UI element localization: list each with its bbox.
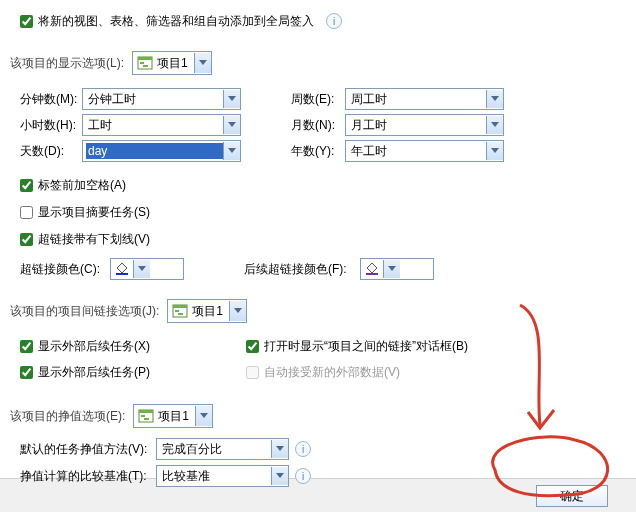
crosslink-project-combo[interactable]: 项目1 [167,299,247,323]
chevron-down-icon [271,467,288,485]
project-icon [136,54,154,72]
paint-bucket-icon [361,262,383,276]
baseline-label: 挣值计算的比较基准(T): [20,468,156,485]
chevron-down-icon [133,260,150,278]
baseline-combo[interactable]: 比较基准 [156,465,289,487]
show-ext-succ-p-text: 显示外部后续任务(P) [38,364,150,381]
chevron-down-icon [223,142,240,160]
years-label: 年数(Y): [291,143,345,160]
years-combo[interactable]: 年工时 [345,140,504,162]
auto-accept-checkbox: 自动接受新的外部数据(V) [246,364,400,381]
chevron-down-icon [486,90,503,108]
days-combo[interactable]: day [82,140,241,162]
chevron-down-icon [195,406,212,426]
show-ext-succ-p-checkbox[interactable]: 显示外部后续任务(P) [20,364,150,381]
svg-rect-2 [140,62,144,64]
svg-rect-12 [141,415,145,417]
default-method-label: 默认的任务挣值方法(V): [20,441,156,458]
ev-project-value: 项目1 [158,408,195,425]
help-icon[interactable]: i [295,441,311,457]
space-before-label-text: 标签前加空格(A) [38,177,126,194]
chevron-down-icon [271,440,288,458]
weeks-value: 周工时 [349,91,389,108]
auto-add-global-label: 将新的视图、表格、筛选器和组自动添加到全局签入 [38,13,314,30]
weeks-label: 周数(E): [291,91,345,108]
svg-rect-7 [173,305,187,308]
space-before-label-checkbox[interactable]: 标签前加空格(A) [20,177,126,194]
minutes-value: 分钟工时 [86,91,138,108]
minutes-combo[interactable]: 分钟工时 [82,88,241,110]
chevron-down-icon [194,53,211,73]
project-icon [137,407,155,425]
svg-rect-5 [366,273,378,275]
hours-value: 工时 [86,117,114,134]
chevron-down-icon [383,260,400,278]
svg-rect-8 [175,310,179,312]
svg-rect-1 [138,57,152,60]
ok-button[interactable]: 确定 [536,485,608,507]
default-method-value: 完成百分比 [160,441,224,458]
default-method-combo[interactable]: 完成百分比 [156,438,289,460]
svg-rect-3 [143,65,148,67]
chevron-down-icon [229,301,246,321]
ev-project-combo[interactable]: 项目1 [133,404,213,428]
help-icon[interactable]: i [326,13,342,29]
svg-rect-4 [116,273,128,275]
auto-add-global-checkbox[interactable]: 将新的视图、表格、筛选器和组自动添加到全局签入 [20,13,314,30]
show-summary-tasks-text: 显示项目摘要任务(S) [38,204,150,221]
days-value: day [86,143,223,159]
hours-label: 小时数(H): [20,117,82,134]
minutes-label: 分钟数(M): [20,91,82,108]
display-project-value: 项目1 [157,55,194,72]
auto-accept-text: 自动接受新的外部数据(V) [264,364,400,381]
display-project-combo[interactable]: 项目1 [132,51,212,75]
days-label: 天数(D): [20,143,82,160]
display-section-header: 该项目的显示选项(L): [10,55,124,72]
hours-combo[interactable]: 工时 [82,114,241,136]
hyperlink-color-label: 超链接颜色(C): [20,261,110,278]
hyperlink-color-picker[interactable] [110,258,184,280]
months-combo[interactable]: 月工时 [345,114,504,136]
chevron-down-icon [223,116,240,134]
chevron-down-icon [486,142,503,160]
chevron-down-icon [223,90,240,108]
project-icon [171,302,189,320]
ev-section-header: 该项目的挣值选项(E): [10,408,125,425]
show-ext-succ-x-checkbox[interactable]: 显示外部后续任务(X) [20,338,150,355]
hyperlink-underline-checkbox[interactable]: 超链接带有下划线(V) [20,231,150,248]
followed-color-picker[interactable] [360,258,434,280]
svg-rect-11 [139,410,153,413]
chevron-down-icon [486,116,503,134]
hyperlink-underline-text: 超链接带有下划线(V) [38,231,150,248]
open-dialog-text: 打开时显示“项目之间的链接”对话框(B) [264,338,468,355]
help-icon[interactable]: i [295,468,311,484]
baseline-value: 比较基准 [160,468,212,485]
years-value: 年工时 [349,143,389,160]
auto-add-global-input[interactable] [20,15,33,28]
crosslink-project-value: 项目1 [192,303,229,320]
show-summary-tasks-checkbox[interactable]: 显示项目摘要任务(S) [20,204,150,221]
weeks-combo[interactable]: 周工时 [345,88,504,110]
months-value: 月工时 [349,117,389,134]
svg-rect-9 [178,313,183,315]
show-ext-succ-x-text: 显示外部后续任务(X) [38,338,150,355]
paint-bucket-icon [111,262,133,276]
svg-rect-13 [144,418,149,420]
months-label: 月数(N): [291,117,345,134]
followed-color-label: 后续超链接颜色(F): [244,261,360,278]
crosslink-section-header: 该项目的项目间链接选项(J): [10,303,159,320]
open-dialog-checkbox[interactable]: 打开时显示“项目之间的链接”对话框(B) [246,338,468,355]
